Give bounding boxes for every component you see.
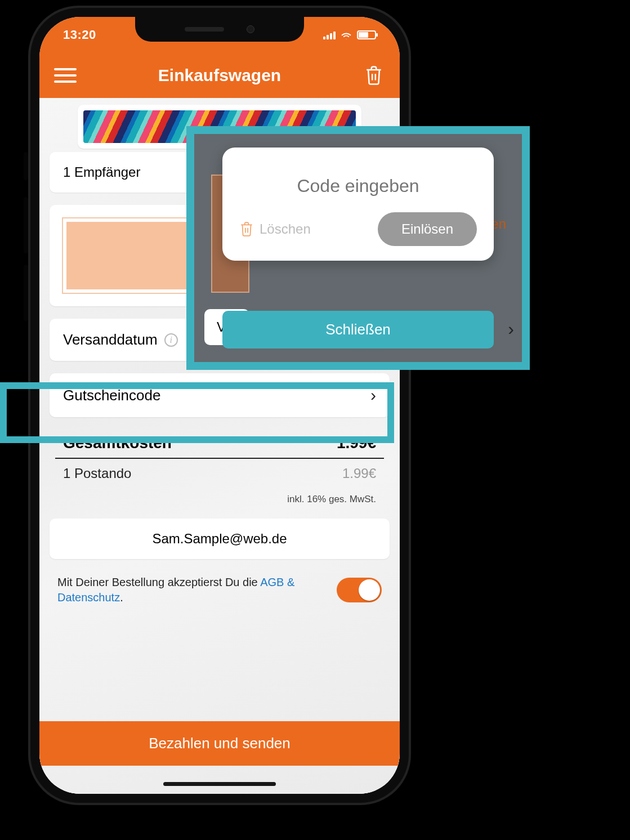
line-item-value: 1.99€ [342,466,376,481]
coupon-code-row[interactable]: Gutscheincode › [50,373,390,417]
trash-icon [364,65,383,86]
pay-label: Bezahlen und senden [149,735,291,752]
total-row: Gesamtkosten 1.99€ [55,430,384,459]
terms-row: Mit Deiner Bestellung akzeptierst Du die… [50,571,390,613]
page-title: Einkaufswagen [77,66,363,85]
redeem-label: Einlösen [401,221,453,236]
cellular-signal-icon [323,30,336,39]
info-icon[interactable]: i [164,333,178,347]
redeem-button[interactable]: Einlösen [378,212,477,246]
status-icons [323,30,376,40]
clear-cart-button[interactable] [363,65,385,86]
delete-code-button[interactable]: Löschen [239,221,311,237]
totals-section: Gesamtkosten 1.99€ 1 Postando 1.99€ inkl… [50,430,390,508]
delete-label: Löschen [260,221,311,237]
phone-frame: 13:20 Einkaufswagen [28,6,411,805]
toggle-knob [359,579,380,601]
email-row[interactable]: Sam.Sample@web.de [50,519,390,559]
terms-toggle[interactable] [337,578,382,602]
close-modal-button[interactable]: Schließen [222,311,494,348]
home-indicator[interactable] [163,782,276,786]
mute-switch[interactable] [24,265,28,321]
notch [135,17,304,42]
coupon-entry-popup: Löschen Einlösen [222,148,494,261]
close-label: Schließen [325,321,391,338]
shipping-date-label: Versanddatum [63,331,158,348]
terms-prefix: Mit Deiner Bestellung akzeptierst Du die [57,576,260,588]
menu-button[interactable] [54,68,77,83]
pay-button[interactable]: Bezahlen und senden [39,721,400,766]
speaker [185,27,224,32]
volume-up-button[interactable] [24,152,28,180]
nav-header: Einkaufswagen [39,53,400,98]
coupon-code-input[interactable] [239,168,477,212]
chevron-right-icon: › [370,386,376,405]
total-label: Gesamtkosten [63,434,172,452]
line-item-label: 1 Postando [63,466,131,481]
terms-suffix: . [120,591,123,604]
chevron-right-icon: › [508,319,514,339]
wifi-icon [340,30,352,40]
volume-down-button[interactable] [24,197,28,253]
coupon-modal-callout: en Ve › Löschen Einlösen Schließ [186,126,530,370]
line-item-row: 1 Postando 1.99€ [55,459,384,484]
front-camera [247,25,254,33]
clock: 13:20 [63,28,96,42]
vat-note: inkl. 16% ges. MwSt. [55,484,384,508]
modal-backdrop: en Ve › Löschen Einlösen Schließ [194,134,522,362]
battery-icon [357,30,376,39]
email-value: Sam.Sample@web.de [152,531,287,546]
terms-text: Mit Deiner Bestellung akzeptierst Du die… [57,575,300,605]
trash-icon [239,221,254,237]
coupon-code-label: Gutscheincode [63,387,160,404]
modal-actions: Löschen Einlösen [239,212,477,246]
recipients-label: 1 Empfänger [63,164,140,180]
total-value: 1.99€ [337,434,376,452]
